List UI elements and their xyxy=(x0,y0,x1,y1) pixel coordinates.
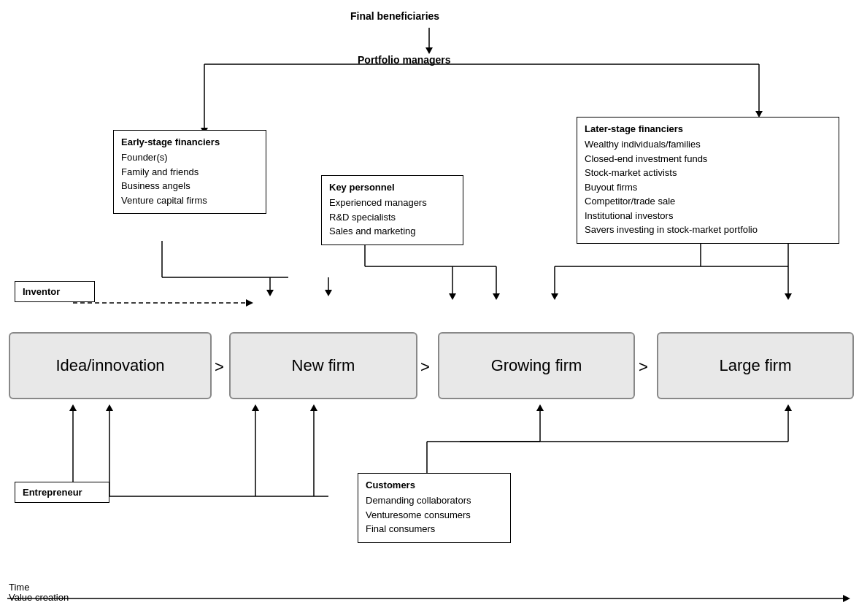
later-stage-title: Later-stage financiers xyxy=(585,123,831,134)
early-stage-item-2: Family and friends xyxy=(121,165,258,180)
customers-item-2: Venturesome consumers xyxy=(366,508,503,523)
svg-marker-17 xyxy=(449,293,456,300)
diagram-container: Final beneficiaries Portfolio managers I… xyxy=(0,0,859,616)
early-stage-title: Early-stage financiers xyxy=(121,136,258,147)
svg-marker-38 xyxy=(310,404,317,411)
customers-item-1: Demanding collaborators xyxy=(366,493,503,508)
svg-marker-45 xyxy=(785,404,792,411)
later-stage-item-6: Institutional investors xyxy=(585,209,831,223)
key-personnel-item-1: Experienced managers xyxy=(329,196,455,210)
key-personnel-box: Key personnel Experienced managers R&D s… xyxy=(321,175,463,245)
svg-marker-36 xyxy=(252,404,259,411)
key-personnel-item-2: R&D specialists xyxy=(329,210,455,225)
later-stage-item-1: Wealthy individuals/families xyxy=(585,137,831,152)
chevron-2: > xyxy=(420,358,430,377)
later-stage-item-3: Stock-market activists xyxy=(585,166,831,180)
new-firm-box: New firm xyxy=(229,332,417,399)
idea-innovation-box: Idea/innovation xyxy=(9,332,212,399)
final-beneficiaries-label: Final beneficiaries xyxy=(350,10,439,22)
later-stage-item-5: Competitor/trade sale xyxy=(585,194,831,209)
timeline-label-value: Value creation xyxy=(9,592,69,603)
inventor-box: Inventor xyxy=(15,281,95,302)
large-firm-label: Large firm xyxy=(719,356,791,375)
entrepreneur-box: Entrepreneur xyxy=(15,482,109,503)
timeline-label-time: Time xyxy=(9,582,29,593)
svg-marker-31 xyxy=(69,404,77,411)
growing-firm-label: Growing firm xyxy=(491,356,582,375)
customers-box: Customers Demanding collaborators Ventur… xyxy=(358,473,511,543)
later-stage-item-2: Closed-end investment funds xyxy=(585,152,831,166)
svg-marker-42 xyxy=(536,404,544,411)
early-stage-item-3: Business angels xyxy=(121,179,258,193)
later-stage-item-7: Savers investing in stock-market portfol… xyxy=(585,223,831,237)
entrepreneur-label: Entrepreneur xyxy=(23,487,82,498)
chevron-1: > xyxy=(215,358,224,377)
svg-marker-19 xyxy=(493,293,500,300)
early-stage-item-4: Venture capital firms xyxy=(121,193,258,208)
growing-firm-box: Growing firm xyxy=(438,332,635,399)
chevron-3: > xyxy=(639,358,648,377)
early-stage-box: Early-stage financiers Founder(s) Family… xyxy=(113,130,266,214)
customers-item-3: Final consumers xyxy=(366,522,503,536)
customers-title: Customers xyxy=(366,480,503,490)
idea-label: Idea/innovation xyxy=(55,356,164,375)
early-stage-item-1: Founder(s) xyxy=(121,150,258,165)
later-stage-item-4: Buyout firms xyxy=(585,180,831,195)
svg-marker-47 xyxy=(843,595,850,602)
later-stage-box: Later-stage financiers Wealthy individua… xyxy=(577,117,839,244)
large-firm-box: Large firm xyxy=(657,332,854,399)
inventor-label: Inventor xyxy=(23,286,60,297)
key-personnel-item-3: Sales and marketing xyxy=(329,224,455,239)
svg-marker-1 xyxy=(425,47,433,54)
svg-marker-13 xyxy=(325,290,332,296)
key-personnel-title: Key personnel xyxy=(329,182,455,193)
new-firm-label: New firm xyxy=(292,356,355,375)
svg-marker-23 xyxy=(551,293,558,300)
svg-marker-27 xyxy=(785,293,792,300)
svg-marker-11 xyxy=(266,290,274,296)
portfolio-managers-label: Portfolio managers xyxy=(358,54,451,66)
svg-marker-34 xyxy=(106,404,113,411)
svg-marker-29 xyxy=(246,299,253,307)
